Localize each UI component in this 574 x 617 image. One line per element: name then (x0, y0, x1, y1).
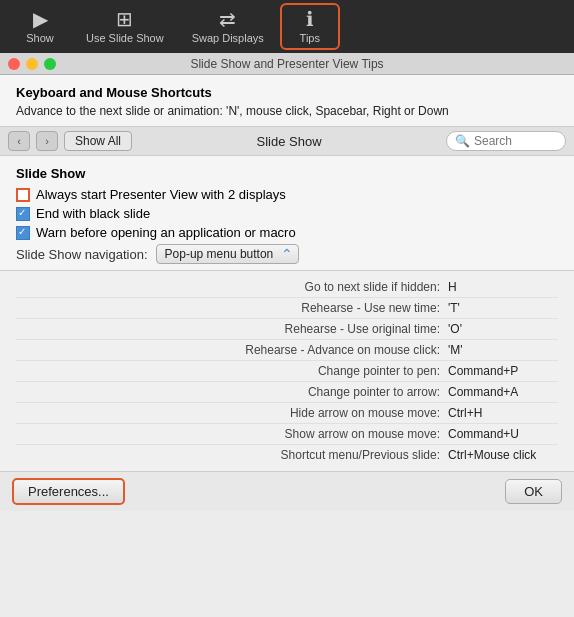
shortcut-key: 'T' (448, 301, 558, 315)
shortcut-action: Hide arrow on mouse move: (16, 406, 448, 420)
shortcut-action: Change pointer to pen: (16, 364, 448, 378)
tips-row: Advance to the next slide or animation: … (16, 104, 558, 118)
swap-displays-label: Swap Displays (192, 32, 264, 44)
show-icon: ▶ (33, 9, 48, 29)
info-icon: ℹ (306, 9, 314, 29)
show-label: Show (26, 32, 54, 44)
shortcut-row: Rehearse - Use original time:'O' (16, 319, 558, 340)
search-box: 🔍 (446, 131, 566, 151)
options-section: Slide Show Always start Presenter View w… (0, 156, 574, 271)
shortcut-key: Ctrl+Mouse click (448, 448, 558, 462)
tips-label: Tips (300, 32, 320, 44)
presenter-view-label: Always start Presenter View with 2 displ… (36, 187, 286, 202)
nav-dropdown-wrapper: Pop-up menu button Navigation arrows Non… (156, 244, 299, 264)
swap-icon: ⇄ (219, 9, 236, 29)
shortcut-key: 'O' (448, 322, 558, 336)
option-row-warn-macro: Warn before opening an application or ma… (16, 225, 558, 240)
warn-macro-label: Warn before opening an application or ma… (36, 225, 296, 240)
shortcut-row: Change pointer to arrow:Command+A (16, 382, 558, 403)
bottom-bar: Preferences... OK (0, 471, 574, 511)
shortcut-key: H (448, 280, 558, 294)
use-slide-show-label: Use Slide Show (86, 32, 164, 44)
shortcut-action: Rehearse - Use new time: (16, 301, 448, 315)
slideshow-icon: ⊞ (116, 9, 133, 29)
shortcut-action: Go to next slide if hidden: (16, 280, 448, 294)
shortcut-key: Command+A (448, 385, 558, 399)
fullscreen-button[interactable] (44, 58, 56, 70)
shortcut-row: Rehearse - Advance on mouse click:'M' (16, 340, 558, 361)
shortcut-key: Ctrl+H (448, 406, 558, 420)
window-title-bar: Slide Show and Presenter View Tips (0, 53, 574, 75)
section-label: Slide Show (138, 134, 440, 149)
shortcut-key: Command+P (448, 364, 558, 378)
search-input[interactable] (474, 134, 564, 148)
shortcut-key: 'M' (448, 343, 558, 357)
shortcut-action: Shortcut menu/Previous slide: (16, 448, 448, 462)
traffic-lights (8, 58, 56, 70)
shortcut-row: Rehearse - Use new time:'T' (16, 298, 558, 319)
ok-button[interactable]: OK (505, 479, 562, 504)
options-title: Slide Show (16, 166, 558, 181)
preferences-button[interactable]: Preferences... (12, 478, 125, 505)
toolbar-tips-button[interactable]: ℹ Tips (280, 3, 340, 50)
shortcut-row: Change pointer to pen:Command+P (16, 361, 558, 382)
nav-dropdown-select[interactable]: Pop-up menu button Navigation arrows Non… (156, 244, 299, 264)
shortcut-row: Go to next slide if hidden:H (16, 277, 558, 298)
toolbar-show-button[interactable]: ▶ Show (10, 5, 70, 48)
shortcut-row: Shortcut menu/Previous slide:Ctrl+Mouse … (16, 445, 558, 465)
shortcut-action: Rehearse - Advance on mouse click: (16, 343, 448, 357)
option-row-presenter-view: Always start Presenter View with 2 displ… (16, 187, 558, 202)
shortcut-action: Change pointer to arrow: (16, 385, 448, 399)
slideshow-bar: ‹ › Show All Slide Show 🔍 (0, 127, 574, 156)
end-black-label: End with black slide (36, 206, 150, 221)
option-row-end-black: End with black slide (16, 206, 558, 221)
search-icon: 🔍 (455, 134, 470, 148)
shortcut-key: Command+U (448, 427, 558, 441)
shortcut-action: Rehearse - Use original time: (16, 322, 448, 336)
end-black-checkbox[interactable] (16, 207, 30, 221)
toolbar-swap-displays-button[interactable]: ⇄ Swap Displays (180, 5, 276, 48)
show-all-button[interactable]: Show All (64, 131, 132, 151)
shortcuts-table: Go to next slide if hidden:HRehearse - U… (0, 271, 574, 471)
nav-back-button[interactable]: ‹ (8, 131, 30, 151)
shortcut-row: Hide arrow on mouse move:Ctrl+H (16, 403, 558, 424)
toolbar-use-slide-show-button[interactable]: ⊞ Use Slide Show (74, 5, 176, 48)
tips-heading: Keyboard and Mouse Shortcuts (16, 85, 558, 100)
window-title: Slide Show and Presenter View Tips (190, 57, 383, 71)
nav-dropdown-row: Slide Show navigation: Pop-up menu butto… (16, 244, 558, 264)
nav-dropdown-label: Slide Show navigation: (16, 247, 148, 262)
nav-forward-button[interactable]: › (36, 131, 58, 151)
shortcut-row: Show arrow on mouse move:Command+U (16, 424, 558, 445)
tips-section: Keyboard and Mouse Shortcuts Advance to … (0, 75, 574, 127)
minimize-button[interactable] (26, 58, 38, 70)
warn-macro-checkbox[interactable] (16, 226, 30, 240)
shortcut-action: Show arrow on mouse move: (16, 427, 448, 441)
close-button[interactable] (8, 58, 20, 70)
toolbar: ▶ Show ⊞ Use Slide Show ⇄ Swap Displays … (0, 0, 574, 53)
presenter-view-checkbox[interactable] (16, 188, 30, 202)
